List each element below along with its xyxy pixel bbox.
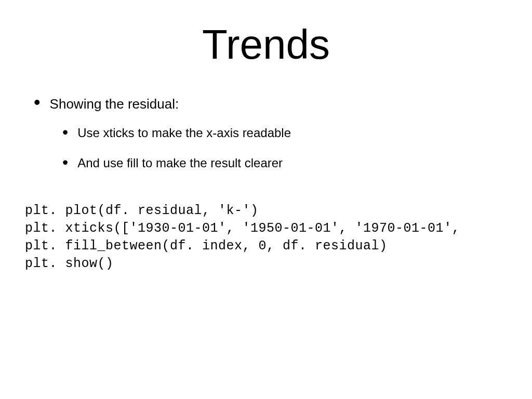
code-line: plt. plot(df. residual, 'k-') bbox=[25, 203, 259, 218]
sub-list-container: • Use xticks to make the x-axis readable… bbox=[34, 125, 532, 171]
list-item: • And use fill to make the result cleare… bbox=[62, 155, 532, 171]
code-block: plt. plot(df. residual, 'k-') plt. xtick… bbox=[0, 202, 532, 273]
bullet-text: Use xticks to make the x-axis readable bbox=[77, 125, 291, 141]
bullet-text: And use fill to make the result clearer bbox=[77, 155, 283, 171]
bullet-icon: • bbox=[34, 96, 41, 109]
list-item: • Showing the residual: bbox=[34, 95, 532, 112]
slide-content: Trends • Showing the residual: • Use xti… bbox=[0, 0, 532, 399]
bullet-icon: • bbox=[62, 156, 68, 168]
slide-title: Trends bbox=[0, 0, 532, 95]
code-line: plt. xticks(['1930-01-01', '1950-01-01',… bbox=[25, 221, 460, 236]
code-line: plt. show() bbox=[25, 256, 114, 271]
sub-bullet-list: • Use xticks to make the x-axis readable… bbox=[34, 125, 532, 171]
code-line: plt. fill_between(df. index, 0, df. resi… bbox=[25, 238, 388, 254]
bullet-icon: • bbox=[62, 126, 68, 138]
main-bullet-list: • Showing the residual: • Use xticks to … bbox=[0, 95, 532, 171]
bullet-text: Showing the residual: bbox=[50, 95, 179, 112]
list-item: • Use xticks to make the x-axis readable bbox=[62, 125, 532, 141]
